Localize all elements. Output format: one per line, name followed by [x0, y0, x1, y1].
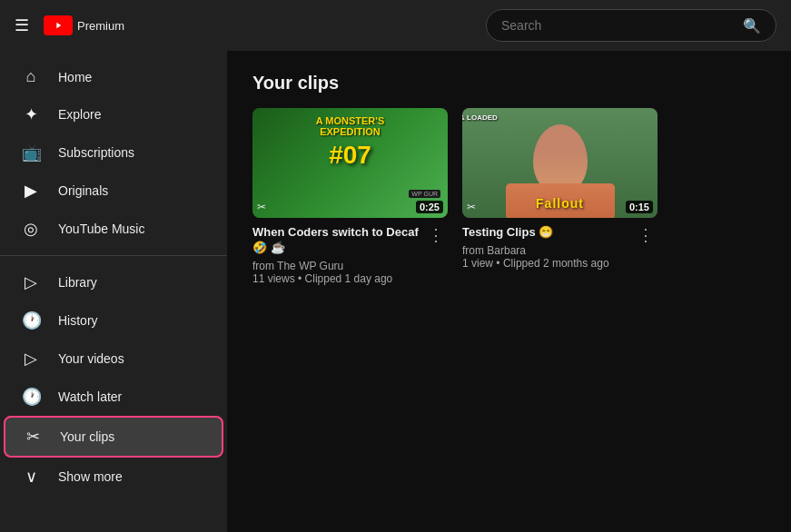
subscriptions-icon: 📺 — [22, 143, 40, 163]
clip-info-1: When Coders switch to Decaf 🤣 ☕ from The… — [252, 225, 448, 285]
clip-info-2: Testing Clips 😁 from Barbara 1 view • Cl… — [462, 225, 658, 270]
youtube-logo-icon — [44, 15, 73, 35]
locked-loaded-text: LOCKED & LOADED — [462, 113, 560, 122]
sidebar-label-originals: Originals — [58, 183, 108, 198]
sidebar-label-your-videos: Your videos — [58, 351, 124, 366]
clip-card-1[interactable]: A Monster'sExpedition #07 WP GUR ✂ 0:25 … — [252, 108, 448, 285]
show-more-icon: ∨ — [22, 467, 40, 487]
clips-grid: A Monster'sExpedition #07 WP GUR ✂ 0:25 … — [252, 108, 766, 285]
sidebar-item-subscriptions[interactable]: 📺 Subscriptions — [4, 133, 223, 172]
section-title: Your clips — [252, 73, 766, 94]
search-input[interactable] — [501, 18, 736, 33]
hamburger-icon[interactable]: ☰ — [15, 15, 29, 35]
clip-thumbnail-1: A Monster'sExpedition #07 WP GUR ✂ 0:25 — [252, 108, 448, 218]
clip-title-1: When Coders switch to Decaf 🤣 ☕ — [252, 225, 424, 256]
wp-badge: WP GUR — [409, 190, 440, 198]
clip-from-1: from The WP Guru — [252, 260, 424, 272]
music-icon: ◎ — [22, 219, 40, 239]
clip-duration-1: 0:25 — [416, 201, 443, 213]
your-videos-icon: ▷ — [22, 349, 40, 369]
sidebar-item-history[interactable]: 🕐 History — [4, 301, 223, 340]
sidebar-divider-1 — [0, 255, 227, 256]
sidebar-label-subscriptions: Subscriptions — [58, 145, 134, 160]
sidebar-item-youtube-music[interactable]: ◎ YouTube Music — [4, 210, 223, 248]
originals-icon: ▶ — [22, 181, 40, 201]
body: ⌂ Home ✦ Explore 📺 Subscriptions ▶ Origi… — [0, 51, 791, 532]
sidebar: ⌂ Home ✦ Explore 📺 Subscriptions ▶ Origi… — [0, 51, 227, 532]
clip-from-2: from Barbara — [462, 244, 634, 257]
clip-text-1: When Coders switch to Decaf 🤣 ☕ from The… — [252, 225, 424, 285]
monster-text: A Monster'sExpedition #07 — [260, 115, 440, 170]
header-left: ☰ Premium — [15, 15, 242, 35]
header: ☰ Premium 🔍 — [0, 0, 791, 51]
sidebar-label-youtube-music: YouTube Music — [58, 222, 144, 236]
history-icon: 🕐 — [22, 310, 40, 330]
sidebar-item-library[interactable]: ▷ Library — [4, 263, 223, 301]
clip-menu-1[interactable]: ⋮ — [424, 225, 448, 245]
explore-icon: ✦ — [22, 104, 40, 124]
clip-text-2: Testing Clips 😁 from Barbara 1 view • Cl… — [462, 225, 634, 270]
sidebar-item-originals[interactable]: ▶ Originals — [4, 172, 223, 210]
clip-card-2[interactable]: LOCKED & LOADED Fallout ✂ 0:15 Testing C… — [462, 108, 658, 285]
sidebar-label-home: Home — [58, 70, 92, 84]
your-clips-icon: ✂ — [24, 427, 42, 447]
main-content: Your clips A Monster'sExpedition #07 WP … — [227, 51, 791, 532]
sidebar-label-history: History — [58, 313, 98, 328]
sidebar-label-library: Library — [58, 275, 97, 290]
sidebar-label-your-clips: Your clips — [60, 429, 114, 444]
sidebar-item-your-clips[interactable]: ✂ Your clips — [4, 416, 223, 458]
sidebar-item-home[interactable]: ⌂ Home — [4, 58, 223, 95]
search-icon: 🔍 — [743, 17, 761, 34]
sidebar-label-show-more: Show more — [58, 469, 123, 484]
clip-stats-2: 1 view • Clipped 2 months ago — [462, 257, 634, 270]
sidebar-item-show-more[interactable]: ∨ Show more — [4, 458, 223, 496]
home-icon: ⌂ — [22, 67, 40, 86]
watch-later-icon: 🕐 — [22, 387, 40, 407]
clip-menu-2[interactable]: ⋮ — [634, 225, 658, 245]
sidebar-item-explore[interactable]: ✦ Explore — [4, 95, 223, 133]
clip-title-2: Testing Clips 😁 — [462, 225, 634, 241]
clip-stats-1: 11 views • Clipped 1 day ago — [252, 272, 424, 285]
library-icon: ▷ — [22, 272, 40, 292]
scissors-icon-1: ✂ — [257, 201, 266, 213]
logo-text: Premium — [77, 19, 124, 33]
svg-marker-0 — [56, 23, 61, 29]
sidebar-item-watch-later[interactable]: 🕐 Watch later — [4, 378, 223, 416]
sidebar-label-watch-later: Watch later — [58, 389, 122, 404]
header-search: 🔍 — [242, 9, 776, 42]
clip-duration-2: 0:15 — [626, 201, 653, 213]
sidebar-label-explore: Explore — [58, 107, 101, 122]
search-bar[interactable]: 🔍 — [486, 9, 776, 42]
sidebar-item-your-videos[interactable]: ▷ Your videos — [4, 340, 223, 378]
scissors-icon-2: ✂ — [467, 201, 476, 213]
logo[interactable]: Premium — [44, 15, 124, 35]
clip-thumbnail-2: LOCKED & LOADED Fallout ✂ 0:15 — [462, 108, 658, 218]
